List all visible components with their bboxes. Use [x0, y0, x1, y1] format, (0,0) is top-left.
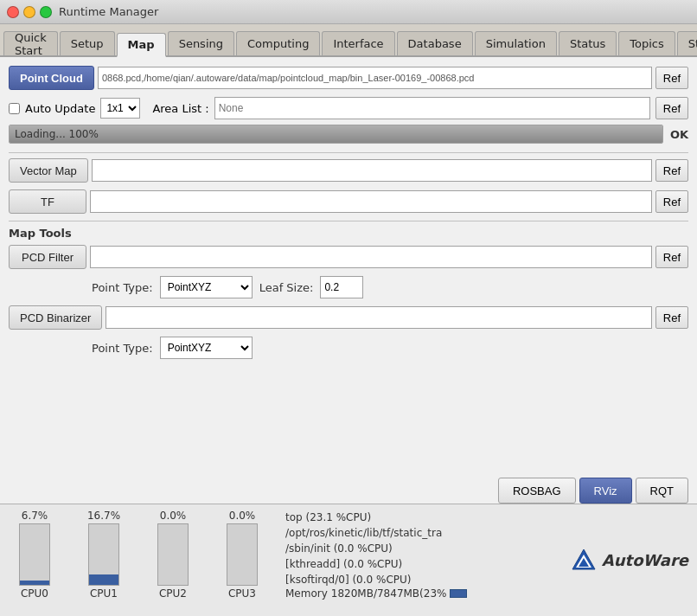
tab-interface[interactable]: Interface: [322, 31, 394, 55]
pcd-binarizer-point-type-label: Point Type:: [92, 342, 153, 355]
cpu1-label: CPU1: [90, 587, 118, 600]
rqt-button[interactable]: RQT: [636, 478, 688, 504]
maximize-button[interactable]: [40, 6, 52, 18]
pcd-binarizer-ref-button[interactable]: Ref: [655, 306, 688, 329]
rviz-button[interactable]: RViz: [579, 478, 632, 504]
memory-bar: [450, 589, 467, 598]
pcd-filter-button[interactable]: PCD Filter: [9, 245, 86, 269]
separator-1: [9, 152, 688, 153]
menu-tabs: Quick Start Setup Map Sensing Computing …: [0, 24, 697, 57]
vector-map-button[interactable]: Vector Map: [9, 158, 88, 183]
pcd-binarizer-options-row: Point Type: PointXYZ PointXYZI PointXYZR…: [92, 337, 688, 359]
sys-line-3: [kthreadd] (0.0 %CPU): [285, 556, 553, 572]
auto-update-checkbox[interactable]: [9, 103, 20, 114]
sys-line-4: [ksoftirqd/0] (0.0 %CPU): [285, 572, 553, 587]
cpu3-label: CPU3: [228, 587, 256, 600]
pcd-binarizer-row: PCD Binarizer Ref: [9, 305, 688, 330]
cpu0-percent: 6.7%: [22, 510, 48, 522]
point-cloud-path-input[interactable]: [98, 67, 652, 89]
status-bar: 6.7% CPU0 16.7% CPU1 0.0% CPU2 0.0%: [0, 504, 697, 616]
window-title: Runtime Manager: [59, 5, 158, 18]
tf-row: TF Ref: [9, 189, 688, 214]
tf-button[interactable]: TF: [9, 189, 86, 214]
pcd-filter-ref-button[interactable]: Ref: [655, 246, 688, 268]
cpu1-bar-container: [88, 523, 119, 586]
tab-map[interactable]: Map: [117, 33, 166, 57]
separator-2: [9, 221, 688, 221]
rosbag-button[interactable]: ROSBAG: [498, 478, 576, 504]
autoware-logo: AutoWare: [562, 504, 697, 616]
close-button[interactable]: [7, 6, 19, 18]
progress-status: OK: [670, 128, 688, 141]
autoware-logo-icon: [571, 548, 597, 574]
cpu2-bar-container: [157, 523, 189, 586]
tf-path-input[interactable]: [90, 190, 652, 213]
cpu1-monitor: 16.7% CPU1: [78, 510, 130, 600]
autoware-logo-text: AutoWare: [602, 551, 688, 569]
cpu0-monitor: 6.7% CPU0: [9, 510, 61, 600]
pcd-filter-path-input[interactable]: [90, 246, 652, 268]
tab-sensing[interactable]: Sensing: [168, 31, 234, 55]
progress-row: Loading... 100% OK: [9, 125, 688, 144]
cpu2-monitor: 0.0% CPU2: [147, 510, 199, 600]
progress-text: Loading... 100%: [15, 128, 99, 140]
pcd-filter-leaf-size-label: Leaf Size:: [259, 281, 314, 294]
sys-line-0: top (23.1 %CPU): [285, 510, 553, 525]
point-cloud-row: Point Cloud Ref: [9, 66, 688, 90]
scale-select[interactable]: 1x1 2x2 4x4: [100, 98, 140, 119]
pcd-filter-point-type-select[interactable]: PointXYZ PointXYZI PointXYZRGB: [160, 276, 253, 298]
sys-line-1: /opt/ros/kinetic/lib/tf/static_tra: [285, 525, 553, 541]
cpu3-monitor: 0.0% CPU3: [216, 510, 268, 600]
memory-label: Memory: [285, 587, 328, 600]
pcd-binarizer-point-type-select[interactable]: PointXYZ PointXYZI PointXYZRGB: [160, 337, 253, 359]
cpu1-percent: 16.7%: [87, 510, 120, 522]
tab-database[interactable]: Database: [397, 31, 473, 55]
vector-map-path-input[interactable]: [92, 159, 652, 182]
cpu2-percent: 0.0%: [160, 510, 187, 522]
progress-bar: Loading... 100%: [10, 125, 662, 143]
cpu1-bar-fill: [89, 574, 118, 585]
auto-update-label: Auto Update: [25, 102, 95, 115]
cpu2-label: CPU2: [159, 587, 187, 600]
cpu0-label: CPU0: [21, 587, 48, 600]
point-cloud-button[interactable]: Point Cloud: [9, 66, 94, 90]
tab-setup[interactable]: Setup: [60, 31, 115, 55]
vector-map-row: Vector Map Ref: [9, 158, 688, 183]
pcd-binarizer-path-input[interactable]: [106, 306, 651, 329]
cpu3-bar-container: [227, 523, 258, 586]
title-bar: Runtime Manager: [0, 0, 697, 24]
cpu-section: 6.7% CPU0 16.7% CPU1 0.0% CPU2 0.0%: [0, 504, 277, 616]
area-list-input[interactable]: [214, 97, 650, 119]
auto-update-row: Auto Update 1x1 2x2 4x4 Area List : Ref: [9, 97, 688, 119]
bottom-toolbar: ROSBAG RViz RQT: [498, 478, 688, 504]
cpu0-bar-container: [19, 523, 50, 586]
tab-state[interactable]: State: [677, 31, 697, 55]
point-cloud-ref-button[interactable]: Ref: [655, 67, 688, 89]
cpu0-bar-fill: [20, 581, 49, 585]
minimize-button[interactable]: [23, 6, 35, 18]
tab-computing[interactable]: Computing: [236, 31, 320, 55]
window-controls[interactable]: [7, 6, 52, 18]
pcd-filter-point-type-label: Point Type:: [92, 281, 153, 294]
pcd-binarizer-button[interactable]: PCD Binarizer: [9, 305, 102, 330]
progress-container: Loading... 100%: [9, 125, 663, 144]
area-list-label: Area List :: [152, 102, 208, 115]
tab-topics[interactable]: Topics: [618, 31, 675, 55]
sys-line-2: /sbin/init (0.0 %CPU): [285, 541, 553, 556]
tab-simulation[interactable]: Simulation: [475, 31, 557, 55]
main-content: Point Cloud Ref Auto Update 1x1 2x2 4x4 …: [0, 57, 697, 375]
cpu3-percent: 0.0%: [229, 510, 256, 522]
system-info: top (23.1 %CPU) /opt/ros/kinetic/lib/tf/…: [277, 504, 562, 616]
pcd-filter-leaf-size-input[interactable]: [320, 276, 363, 298]
memory-row: Memory 1820MB/7847MB(23%: [285, 587, 553, 600]
tf-ref-button[interactable]: Ref: [655, 190, 688, 213]
tab-quick-start[interactable]: Quick Start: [3, 31, 58, 55]
area-list-ref-button[interactable]: Ref: [655, 97, 688, 119]
tab-status[interactable]: Status: [559, 31, 617, 55]
map-tools-label: Map Tools: [9, 227, 688, 240]
memory-value: 1820MB/7847MB(23%: [331, 587, 447, 600]
pcd-filter-row: PCD Filter Ref: [9, 245, 688, 269]
vector-map-ref-button[interactable]: Ref: [655, 159, 688, 182]
pcd-filter-options-row: Point Type: PointXYZ PointXYZI PointXYZR…: [92, 276, 688, 298]
